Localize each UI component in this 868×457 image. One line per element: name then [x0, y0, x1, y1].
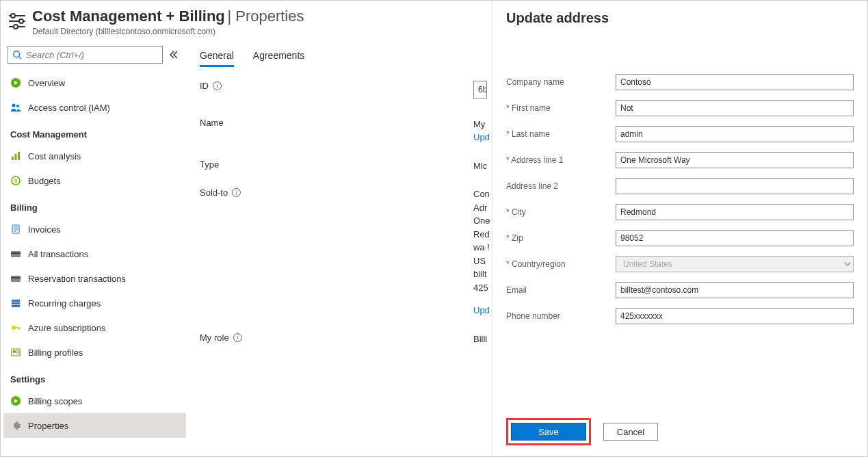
sidebar-item-invoices[interactable]: Invoices — [3, 217, 186, 241]
svg-rect-23 — [11, 276, 21, 282]
svg-rect-14 — [18, 152, 20, 160]
chart-icon — [10, 151, 21, 161]
save-button-highlight: Save — [506, 418, 591, 445]
sidebar-item-cost-analysis[interactable]: Cost analysis — [3, 144, 186, 168]
svg-rect-22 — [11, 252, 21, 254]
sidebar-item-billing-scopes[interactable]: Billing scopes — [3, 389, 186, 413]
field-label-email: Email — [506, 285, 616, 295]
sidebar-item-iam[interactable]: Access control (IAM) — [3, 95, 186, 120]
field-row-email: Email — [506, 282, 854, 298]
sidebar-item-label: Overview — [28, 78, 65, 88]
field-label-country: * Country/region — [506, 259, 616, 269]
label-id: ID — [200, 81, 209, 91]
field-label-zip: * Zip — [506, 233, 616, 243]
search-field[interactable] — [26, 50, 158, 60]
value-type: Mic — [473, 159, 487, 173]
field-row-country: * Country/regionUnited States — [506, 256, 854, 272]
tab-agreements[interactable]: Agreements — [253, 46, 304, 67]
sidebar-item-label: Recurring charges — [28, 298, 101, 309]
doc-icon — [10, 224, 21, 235]
svg-rect-31 — [12, 349, 20, 356]
info-icon[interactable]: i — [232, 188, 241, 197]
sidebar-item-label: All transactions — [28, 249, 88, 259]
field-label-phone: Phone number — [506, 311, 616, 321]
sidebar-item-label: Billing profiles — [28, 348, 83, 358]
field-row-phone: Phone number — [506, 308, 854, 324]
field-label-company: Company name — [506, 77, 616, 87]
svg-rect-30 — [18, 327, 20, 330]
sidebar-item-label: Billing scopes — [28, 396, 83, 406]
sidebar-item-label: Invoices — [28, 224, 61, 235]
field-row-zip: * Zip — [506, 230, 854, 246]
input-first_name[interactable] — [616, 100, 854, 116]
group-settings: Settings — [3, 365, 186, 389]
svg-point-5 — [14, 25, 18, 29]
title-main: Cost Management + Billing — [32, 8, 225, 25]
field-row-company: Company name — [506, 74, 854, 90]
label-name: Name — [200, 118, 224, 128]
svg-line-7 — [19, 57, 22, 60]
svg-rect-21 — [11, 251, 21, 257]
svg-rect-26 — [12, 302, 20, 304]
sidebar-item-budgets[interactable]: $Budgets — [3, 168, 186, 193]
input-city[interactable] — [616, 204, 854, 220]
sidebar-item-properties[interactable]: Properties — [3, 413, 186, 438]
link-update-soldto[interactable]: Upd — [473, 304, 490, 317]
sidebar-item-azure-subscriptions[interactable]: Azure subscriptions — [3, 315, 186, 340]
subtitle: Default Directory (billtestcontoso.onmic… — [32, 27, 304, 36]
info-icon[interactable]: i — [213, 81, 222, 90]
tab-general[interactable]: General — [200, 46, 234, 67]
circle-play-icon — [10, 77, 21, 88]
sidebar-item-billing-profiles[interactable]: Billing profiles — [3, 340, 186, 365]
svg-rect-13 — [15, 154, 17, 160]
collapse-sidebar-button[interactable] — [166, 47, 182, 63]
sidebar-item-recurring-charges[interactable]: Recurring charges — [3, 291, 186, 315]
field-label-last_name: * Last name — [506, 129, 616, 139]
page-title: Cost Management + Billing | Properties — [32, 8, 304, 25]
chevron-left-double-icon — [169, 50, 179, 60]
rows-icon — [10, 298, 21, 309]
group-billing: Billing — [3, 193, 186, 217]
input-last_name[interactable] — [616, 126, 854, 142]
svg-point-11 — [16, 105, 19, 107]
sidebar-item-all-transactions[interactable]: All transactions — [3, 241, 186, 266]
value-soldto: ConAdrOneRedwa !USbillt425 — [473, 187, 490, 294]
search-icon — [12, 50, 22, 60]
sidebar-item-overview[interactable]: Overview — [3, 70, 186, 95]
label-myrole: My role — [200, 332, 229, 343]
link-update-name[interactable]: Upd — [473, 131, 490, 144]
card-icon — [10, 248, 21, 259]
svg-point-3 — [19, 19, 23, 23]
cancel-button[interactable]: Cancel — [603, 423, 658, 441]
input-addr1[interactable] — [616, 152, 854, 168]
svg-point-6 — [14, 51, 20, 57]
sidebar-item-reservation-transactions[interactable]: Reservation transactions — [3, 266, 186, 291]
field-label-first_name: * First name — [506, 103, 616, 113]
save-button[interactable]: Save — [511, 423, 586, 441]
search-input[interactable] — [8, 46, 163, 64]
sidebar: OverviewAccess control (IAM) Cost Manage… — [1, 40, 189, 456]
field-row-addr2: Address line 2 — [506, 178, 854, 194]
sidebar-item-label: Properties — [28, 421, 68, 431]
field-row-first_name: * First name — [506, 100, 854, 116]
input-company[interactable] — [616, 74, 854, 90]
detail-pane: General Agreements IDi 6b Name My Upd Ty… — [189, 40, 492, 456]
people-icon — [10, 102, 21, 113]
sidebar-item-label: Budgets — [28, 176, 61, 186]
field-label-city: * City — [506, 207, 616, 217]
svg-rect-27 — [12, 305, 20, 307]
svg-rect-25 — [12, 300, 20, 302]
settings-sliders-icon — [6, 10, 28, 32]
value-myrole: Billi — [473, 332, 487, 346]
input-email[interactable] — [616, 282, 854, 298]
input-addr2[interactable] — [616, 178, 854, 194]
input-zip[interactable] — [616, 230, 854, 246]
card2-icon — [10, 273, 21, 284]
input-phone[interactable] — [616, 308, 854, 324]
info-icon[interactable]: i — [233, 333, 242, 342]
svg-rect-12 — [12, 157, 14, 160]
value-id[interactable]: 6b — [473, 81, 487, 99]
svg-text:$: $ — [14, 178, 18, 184]
value-name: My — [473, 118, 490, 131]
update-address-panel: Update address Company name* First name*… — [492, 1, 867, 456]
